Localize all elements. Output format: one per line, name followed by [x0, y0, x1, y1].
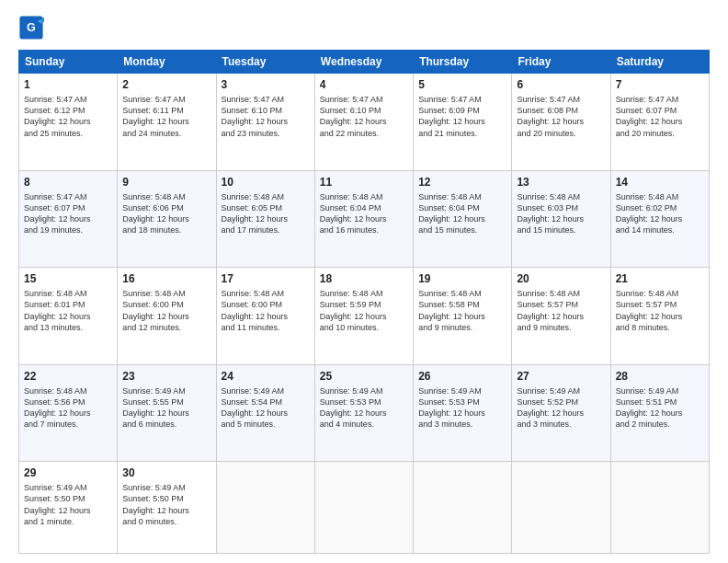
- calendar-day-cell: 8Sunrise: 5:47 AM Sunset: 6:07 PM Daylig…: [19, 170, 118, 268]
- day-number: 5: [418, 77, 506, 92]
- calendar-day-cell: 25Sunrise: 5:49 AM Sunset: 5:53 PM Dayli…: [314, 364, 413, 462]
- day-number: 16: [122, 271, 210, 286]
- day-info: Sunrise: 5:48 AM Sunset: 5:58 PM Dayligh…: [418, 288, 506, 333]
- day-info: Sunrise: 5:47 AM Sunset: 6:07 PM Dayligh…: [616, 94, 704, 139]
- calendar-day-cell: 9Sunrise: 5:48 AM Sunset: 6:06 PM Daylig…: [118, 170, 216, 268]
- calendar-day-cell: 1Sunrise: 5:47 AM Sunset: 6:12 PM Daylig…: [19, 74, 118, 171]
- calendar-day-cell: 28Sunrise: 5:49 AM Sunset: 5:51 PM Dayli…: [610, 364, 709, 462]
- day-info: Sunrise: 5:48 AM Sunset: 5:57 PM Dayligh…: [517, 288, 605, 333]
- day-info: Sunrise: 5:49 AM Sunset: 5:50 PM Dayligh…: [24, 482, 112, 527]
- day-info: Sunrise: 5:48 AM Sunset: 6:06 PM Dayligh…: [122, 191, 210, 236]
- day-info: Sunrise: 5:47 AM Sunset: 6:11 PM Dayligh…: [122, 94, 210, 139]
- calendar-week-row: 8Sunrise: 5:47 AM Sunset: 6:07 PM Daylig…: [19, 170, 710, 268]
- day-info: Sunrise: 5:49 AM Sunset: 5:50 PM Dayligh…: [122, 482, 210, 527]
- day-number: 21: [616, 271, 704, 286]
- calendar-table: SundayMondayTuesdayWednesdayThursdayFrid…: [18, 50, 710, 554]
- logo: G: [18, 15, 48, 40]
- calendar-day-cell: 11Sunrise: 5:48 AM Sunset: 6:04 PM Dayli…: [314, 170, 413, 268]
- calendar-day-cell: 24Sunrise: 5:49 AM Sunset: 5:54 PM Dayli…: [216, 364, 314, 462]
- calendar-day-cell: 15Sunrise: 5:48 AM Sunset: 6:01 PM Dayli…: [19, 268, 118, 365]
- day-number: 15: [24, 271, 112, 286]
- day-number: 17: [222, 271, 310, 286]
- day-info: Sunrise: 5:48 AM Sunset: 5:59 PM Dayligh…: [320, 288, 408, 333]
- calendar-empty-cell: [512, 462, 610, 554]
- day-number: 8: [24, 175, 112, 190]
- day-number: 11: [320, 175, 408, 190]
- day-info: Sunrise: 5:49 AM Sunset: 5:54 PM Dayligh…: [222, 385, 310, 431]
- day-info: Sunrise: 5:49 AM Sunset: 5:52 PM Dayligh…: [517, 385, 605, 431]
- calendar-day-cell: 5Sunrise: 5:47 AM Sunset: 6:09 PM Daylig…: [414, 74, 512, 171]
- calendar-day-cell: 21Sunrise: 5:48 AM Sunset: 5:57 PM Dayli…: [610, 268, 709, 365]
- day-number: 19: [418, 271, 506, 286]
- calendar-day-cell: 19Sunrise: 5:48 AM Sunset: 5:58 PM Dayli…: [414, 268, 512, 365]
- calendar-day-cell: 7Sunrise: 5:47 AM Sunset: 6:07 PM Daylig…: [610, 74, 709, 171]
- weekday-header-tuesday: Tuesday: [216, 51, 314, 74]
- calendar-day-cell: 17Sunrise: 5:48 AM Sunset: 6:00 PM Dayli…: [216, 268, 314, 365]
- day-info: Sunrise: 5:48 AM Sunset: 6:05 PM Dayligh…: [222, 191, 310, 236]
- calendar-day-cell: 22Sunrise: 5:48 AM Sunset: 5:56 PM Dayli…: [19, 364, 118, 462]
- day-number: 26: [418, 369, 506, 384]
- calendar-day-cell: 13Sunrise: 5:48 AM Sunset: 6:03 PM Dayli…: [512, 170, 610, 268]
- day-info: Sunrise: 5:47 AM Sunset: 6:07 PM Dayligh…: [24, 191, 112, 236]
- weekday-header-monday: Monday: [118, 51, 216, 74]
- day-number: 27: [517, 369, 605, 384]
- calendar-day-cell: 4Sunrise: 5:47 AM Sunset: 6:10 PM Daylig…: [314, 74, 413, 171]
- day-number: 2: [122, 77, 210, 92]
- calendar-day-cell: 2Sunrise: 5:47 AM Sunset: 6:11 PM Daylig…: [118, 74, 216, 171]
- day-number: 13: [517, 175, 605, 190]
- day-info: Sunrise: 5:48 AM Sunset: 5:57 PM Dayligh…: [616, 288, 704, 333]
- calendar-empty-cell: [216, 462, 314, 554]
- calendar-day-cell: 12Sunrise: 5:48 AM Sunset: 6:04 PM Dayli…: [414, 170, 512, 268]
- day-info: Sunrise: 5:48 AM Sunset: 6:04 PM Dayligh…: [418, 191, 506, 236]
- day-number: 6: [517, 77, 605, 92]
- day-number: 24: [222, 369, 310, 384]
- calendar-day-cell: 30Sunrise: 5:49 AM Sunset: 5:50 PM Dayli…: [118, 462, 216, 554]
- weekday-header-sunday: Sunday: [19, 51, 118, 74]
- day-number: 29: [24, 465, 112, 480]
- day-info: Sunrise: 5:49 AM Sunset: 5:51 PM Dayligh…: [616, 385, 704, 431]
- calendar-header-row: SundayMondayTuesdayWednesdayThursdayFrid…: [19, 51, 710, 74]
- calendar-day-cell: 23Sunrise: 5:49 AM Sunset: 5:55 PM Dayli…: [118, 364, 216, 462]
- day-info: Sunrise: 5:48 AM Sunset: 6:01 PM Dayligh…: [24, 288, 112, 333]
- day-info: Sunrise: 5:48 AM Sunset: 5:56 PM Dayligh…: [24, 385, 112, 431]
- day-number: 4: [320, 77, 408, 92]
- weekday-header-wednesday: Wednesday: [314, 51, 413, 74]
- calendar-day-cell: 3Sunrise: 5:47 AM Sunset: 6:10 PM Daylig…: [216, 74, 314, 171]
- calendar-week-row: 29Sunrise: 5:49 AM Sunset: 5:50 PM Dayli…: [19, 462, 710, 554]
- day-info: Sunrise: 5:49 AM Sunset: 5:55 PM Dayligh…: [122, 385, 210, 431]
- day-number: 23: [122, 369, 210, 384]
- calendar-day-cell: 14Sunrise: 5:48 AM Sunset: 6:02 PM Dayli…: [610, 170, 709, 268]
- day-info: Sunrise: 5:49 AM Sunset: 5:53 PM Dayligh…: [418, 385, 506, 431]
- weekday-header-saturday: Saturday: [610, 51, 709, 74]
- weekday-header-thursday: Thursday: [414, 51, 512, 74]
- day-number: 28: [616, 369, 704, 384]
- day-number: 7: [616, 77, 704, 92]
- day-number: 20: [517, 271, 605, 286]
- day-number: 12: [418, 175, 506, 190]
- calendar-empty-cell: [414, 462, 512, 554]
- day-number: 18: [320, 271, 408, 286]
- calendar-week-row: 22Sunrise: 5:48 AM Sunset: 5:56 PM Dayli…: [19, 364, 710, 462]
- weekday-header-friday: Friday: [512, 51, 610, 74]
- header: G: [18, 15, 710, 40]
- day-info: Sunrise: 5:47 AM Sunset: 6:12 PM Dayligh…: [24, 94, 112, 139]
- day-number: 3: [222, 77, 310, 92]
- day-number: 14: [616, 175, 704, 190]
- day-number: 1: [24, 77, 112, 92]
- day-info: Sunrise: 5:48 AM Sunset: 6:00 PM Dayligh…: [222, 288, 310, 333]
- calendar-day-cell: 27Sunrise: 5:49 AM Sunset: 5:52 PM Dayli…: [512, 364, 610, 462]
- svg-text:G: G: [27, 21, 36, 34]
- day-info: Sunrise: 5:47 AM Sunset: 6:09 PM Dayligh…: [418, 94, 506, 139]
- day-number: 10: [222, 175, 310, 190]
- calendar-empty-cell: [610, 462, 709, 554]
- calendar-empty-cell: [314, 462, 413, 554]
- calendar-day-cell: 26Sunrise: 5:49 AM Sunset: 5:53 PM Dayli…: [414, 364, 512, 462]
- calendar-week-row: 15Sunrise: 5:48 AM Sunset: 6:01 PM Dayli…: [19, 268, 710, 365]
- calendar-day-cell: 29Sunrise: 5:49 AM Sunset: 5:50 PM Dayli…: [19, 462, 118, 554]
- page: G SundayMondayTuesdayWednesdayThursdayFr…: [0, 0, 728, 563]
- calendar-day-cell: 10Sunrise: 5:48 AM Sunset: 6:05 PM Dayli…: [216, 170, 314, 268]
- day-info: Sunrise: 5:48 AM Sunset: 6:03 PM Dayligh…: [517, 191, 605, 236]
- day-info: Sunrise: 5:48 AM Sunset: 6:04 PM Dayligh…: [320, 191, 408, 236]
- logo-icon: G: [18, 15, 44, 40]
- day-info: Sunrise: 5:48 AM Sunset: 6:02 PM Dayligh…: [616, 191, 704, 236]
